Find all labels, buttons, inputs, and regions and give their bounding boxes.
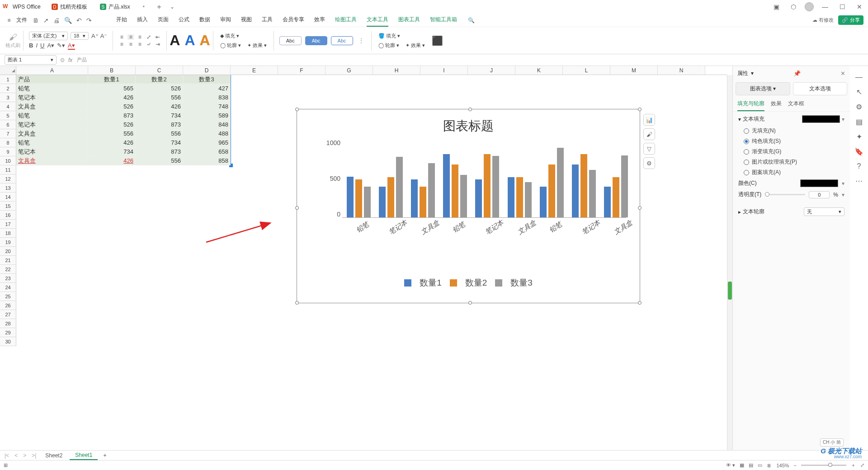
cell[interactable]: 838 (183, 93, 231, 102)
row-header[interactable]: 16 (0, 211, 16, 220)
highlight-button[interactable]: ✎▾ (57, 42, 65, 50)
cell[interactable]: 笔记本 (16, 120, 88, 129)
col-header[interactable]: E (231, 66, 278, 75)
menu-智能工具箱[interactable]: 智能工具箱 (430, 14, 457, 27)
row-header[interactable]: 12 (0, 174, 16, 183)
fill-radio[interactable]: 渐变填充(G) (738, 146, 844, 157)
cell[interactable]: 556 (136, 156, 183, 165)
col-header[interactable]: H (373, 66, 420, 75)
view-normal-icon[interactable]: ▦ (740, 462, 744, 468)
cell[interactable]: 848 (183, 120, 231, 129)
col-header[interactable]: G (326, 66, 373, 75)
cell[interactable]: 426 (88, 138, 136, 147)
share-button[interactable]: 🔗 分享 (838, 15, 863, 25)
col-header[interactable]: F (278, 66, 326, 75)
fill-radio[interactable]: 图片或纹理填充(P) (738, 157, 844, 167)
subtab-effect[interactable]: 效果 (771, 100, 782, 111)
window-minimize[interactable]: — (819, 1, 831, 13)
chart-elements-icon[interactable]: 📊 (643, 114, 655, 126)
fill-button[interactable]: ◆ 填充 ▾ (219, 32, 268, 40)
name-box[interactable]: 图表 1▾ (5, 55, 57, 65)
close-panel-icon[interactable]: ✕ (840, 70, 845, 77)
cell[interactable]: 565 (88, 84, 136, 93)
font-name-select[interactable]: 宋体 (正文)▾ (29, 32, 68, 40)
sheet-last[interactable]: >| (30, 452, 38, 459)
cell[interactable]: 873 (88, 111, 136, 120)
menu-工具[interactable]: 工具 (262, 14, 273, 27)
chart-object[interactable]: 📊 🖌 ▽ ⚙ 图表标题 10005000 铅笔笔记本文具盒铅笔笔记本文具盒铅笔… (297, 109, 640, 303)
shrink-font[interactable]: A⁻ (100, 33, 108, 39)
section-text-outline[interactable]: ▸ 文本轮廓 无▾ (738, 207, 844, 216)
fx-expand[interactable]: ⊙ (60, 57, 65, 63)
row-header[interactable]: 19 (0, 238, 16, 247)
menu-开始[interactable]: 开始 (116, 14, 127, 27)
row-header[interactable]: 9 (0, 147, 16, 156)
menu-视图[interactable]: 视图 (241, 14, 252, 27)
font-effect-button[interactable]: A▾ (47, 42, 54, 50)
row-header[interactable]: 18 (0, 229, 16, 238)
row-header[interactable]: 3 (0, 93, 16, 102)
view-read-icon[interactable]: ▭ (758, 462, 762, 468)
spreadsheet[interactable]: ◢ABCDEFGHIJKLMN 123456789101112131415161… (0, 66, 732, 450)
col-header[interactable]: M (610, 66, 658, 75)
row-header[interactable]: 27 (0, 310, 16, 319)
col-header[interactable]: L (563, 66, 610, 75)
row-header[interactable]: 24 (0, 283, 16, 292)
print-icon[interactable]: 🖨 (53, 17, 60, 24)
col-header[interactable]: I (420, 66, 468, 75)
cell[interactable]: 427 (183, 84, 231, 93)
view-pagebreak-icon[interactable]: ▤ (749, 462, 753, 468)
cell[interactable]: 数量2 (136, 75, 183, 84)
cell[interactable]: 734 (136, 111, 183, 120)
menu-会员专享[interactable]: 会员专享 (283, 14, 304, 27)
cell[interactable]: 589 (183, 111, 231, 120)
outline-button[interactable]: ◯ 轮廓 ▾ (219, 42, 242, 49)
bold-button[interactable]: B (29, 42, 33, 50)
sheet-tab[interactable]: Sheet2 (40, 451, 68, 460)
cell[interactable]: 426 (88, 93, 136, 102)
sheet-add[interactable]: ＋ (99, 451, 110, 459)
align-left[interactable]: ≡ (118, 42, 125, 47)
zoom-in[interactable]: ＋ (851, 462, 856, 469)
sparkle-icon[interactable]: ✦ (856, 132, 862, 141)
cell[interactable]: 488 (183, 129, 231, 138)
indent-dec[interactable]: ⇤ (155, 34, 161, 40)
row-header[interactable]: 4 (0, 102, 16, 111)
cell[interactable]: 556 (136, 93, 183, 102)
font-color-button[interactable]: A▾ (68, 42, 75, 50)
orient[interactable]: ⤢ (146, 34, 152, 40)
menu-数据[interactable]: 数据 (199, 14, 210, 27)
row-header[interactable]: 25 (0, 292, 16, 301)
row-header[interactable]: 21 (0, 256, 16, 265)
cell[interactable]: 铅笔 (16, 111, 88, 120)
col-header[interactable]: K (515, 66, 563, 75)
cell[interactable]: 734 (88, 147, 136, 156)
format-painter[interactable]: 🖌格式刷 (5, 33, 20, 49)
bookmark-icon[interactable]: 🔖 (854, 147, 863, 156)
sheet-next[interactable]: > (21, 452, 28, 459)
pin-icon[interactable]: 📌 (793, 70, 801, 77)
effect-button[interactable]: ✦ 效果 ▾ (246, 42, 268, 49)
chart-styles-icon[interactable]: 🖌 (643, 128, 655, 140)
chart-title[interactable]: 图表标题 (297, 118, 640, 135)
row-header[interactable]: 29 (0, 328, 16, 337)
cursor-icon[interactable]: ↖ (856, 88, 862, 96)
adjust-icon[interactable]: ⚙ (856, 103, 862, 111)
cell[interactable]: 文具盒 (16, 156, 88, 165)
cell[interactable]: 873 (136, 147, 183, 156)
cell[interactable]: 铅笔 (16, 84, 88, 93)
chart-filter-icon[interactable]: ▽ (643, 143, 655, 155)
tab-document[interactable]: S 产品.xlsx • (94, 1, 150, 13)
search-icon[interactable]: 🔍 (468, 17, 475, 24)
tab-add[interactable]: ＋ (152, 0, 166, 14)
sheet-first[interactable]: |< (3, 452, 11, 459)
menu-图表工具[interactable]: 图表工具 (398, 14, 420, 27)
status-mode-icon[interactable]: ⊞ (4, 462, 8, 468)
modified-notice[interactable]: ☁ 有修改 (812, 17, 834, 24)
cell[interactable]: 658 (183, 147, 231, 156)
row-header[interactable]: 1 (0, 75, 16, 84)
outline-select[interactable]: 无▾ (804, 207, 844, 216)
row-header[interactable]: 28 (0, 319, 16, 328)
cell[interactable]: 426 (88, 156, 136, 165)
toggle-panel-icon[interactable]: — (855, 73, 863, 81)
